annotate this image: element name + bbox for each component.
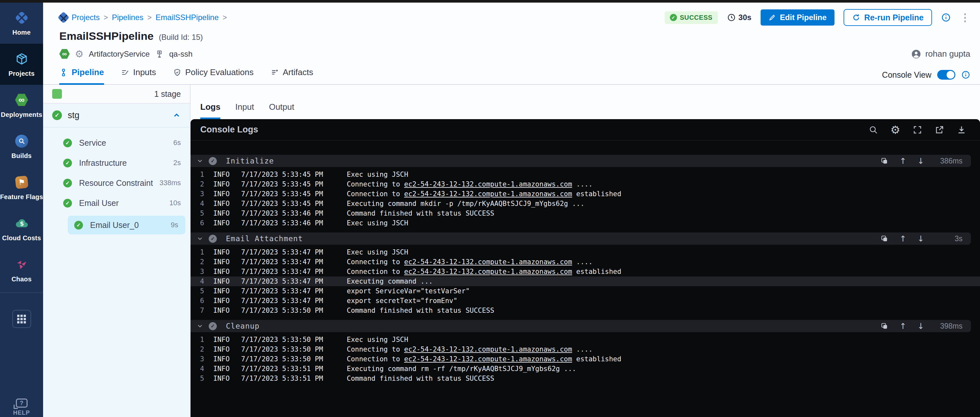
log-section-header[interactable]: ✓Initialize↑↓386ms (191, 155, 971, 167)
log-host-link[interactable]: ec2-54-243-12-132.compute-1.amazonaws.co… (404, 346, 572, 353)
step-row-service[interactable]: ✓Service6s (43, 133, 190, 153)
step-name: Service (79, 138, 106, 147)
step-row-email-user_0[interactable]: ✓Email User_09s (68, 216, 185, 235)
log-timestamp: 7/17/2023 5:33:50 PM (241, 336, 328, 344)
section-duration: 386ms (937, 157, 963, 165)
build-id: (Build Id: 15) (159, 33, 203, 42)
user-name: rohan gupta (925, 49, 970, 59)
copy-icon[interactable] (880, 157, 889, 165)
duration-text: 30s (738, 13, 751, 22)
sidebar-item-deployments[interactable]: ∞Deployments (0, 85, 43, 126)
breadcrumb-separator: > (223, 13, 227, 22)
section-toolbar: ↑↓386ms (880, 156, 963, 166)
status-text: SUCCESS (680, 14, 713, 21)
log-level: INFO (213, 258, 233, 266)
chevron-down-icon[interactable] (196, 157, 204, 165)
step-row-email-user[interactable]: ✓Email User10s (43, 193, 190, 213)
log-level: INFO (213, 277, 233, 285)
sidebar-item-help[interactable]: ? HELP (0, 398, 43, 417)
copy-icon[interactable] (880, 235, 889, 243)
log-timestamp: 7/17/2023 5:33:51 PM (241, 374, 328, 382)
log-host-link[interactable]: ec2-54-243-12-132.compute-1.amazonaws.co… (404, 258, 572, 266)
sidebar-item-chaos[interactable]: Chaos (0, 249, 43, 290)
log-area: LogsInputOutput Console Logs ⚙ ✓Initiali… (191, 85, 980, 417)
download-icon[interactable] (957, 125, 966, 135)
log-tab-input[interactable]: Input (235, 102, 254, 119)
log-line-number: 2 (191, 180, 204, 188)
log-timestamp: 7/17/2023 5:33:45 PM (241, 200, 328, 208)
scroll-down-icon[interactable]: ↓ (918, 156, 924, 166)
module-picker-button[interactable] (12, 310, 31, 328)
success-check-icon: ✓ (670, 14, 677, 21)
log-timestamp: 7/17/2023 5:33:47 PM (241, 297, 328, 304)
log-timestamp: 7/17/2023 5:33:47 PM (241, 258, 328, 266)
fullscreen-icon[interactable] (913, 125, 922, 135)
builds-icon (15, 134, 28, 148)
feature-flags-icon: ⚑ (16, 175, 28, 189)
breadcrumb: Projects>Pipelines>EmailSSHPipeline> (59, 12, 227, 23)
sidebar-item-builds[interactable]: Builds (0, 126, 43, 167)
info-icon[interactable] (961, 70, 970, 79)
log-level: INFO (213, 180, 233, 188)
rerun-pipeline-button[interactable]: Re-run Pipeline (843, 9, 932, 26)
log-section-header[interactable]: ✓Cleanup↑↓398ms (191, 320, 971, 332)
log-tab-output[interactable]: Output (269, 102, 294, 119)
log-line-number: 1 (191, 336, 204, 344)
more-options-icon[interactable]: ⋮ (960, 12, 970, 23)
sidebar-item-feature-flags[interactable]: ⚑Feature Flags (0, 167, 43, 208)
tab-pipeline[interactable]: Pipeline (59, 67, 104, 85)
sidebar-item-label: Builds (11, 152, 32, 159)
console-view-toggle[interactable] (937, 70, 955, 80)
console-toolbar: ⚙ (869, 124, 966, 135)
step-row-resource-constraint[interactable]: ✓Resource Constraint338ms (43, 173, 190, 193)
scroll-up-icon[interactable]: ↑ (900, 322, 907, 331)
log-section-header[interactable]: ✓Email Attachment↑↓3s (191, 233, 971, 245)
log-line: 4INFO7/17/2023 5:33:51 PMExecuting comma… (191, 364, 980, 374)
user-chip[interactable]: rohan gupta (911, 49, 970, 59)
log-host-link[interactable]: ec2-54-243-12-132.compute-1.amazonaws.co… (404, 190, 572, 198)
log-line-number: 4 (191, 365, 204, 373)
scroll-up-icon[interactable]: ↑ (900, 156, 907, 166)
log-lines: 1INFO7/17/2023 5:33:47 PMExec using JSCH… (191, 245, 980, 316)
scroll-down-icon[interactable]: ↓ (918, 322, 924, 331)
step-row-infrastructure[interactable]: ✓Infrastructure2s (43, 153, 190, 173)
search-icon[interactable] (869, 125, 878, 135)
log-line: 4INFO7/17/2023 5:33:45 PMExecuting comma… (191, 199, 980, 208)
edit-pipeline-button[interactable]: Edit Pipeline (760, 10, 835, 25)
tab-inputs[interactable]: Inputs (121, 67, 156, 85)
tab-artifacts[interactable]: Artifacts (270, 67, 313, 85)
open-new-tab-icon[interactable] (935, 125, 944, 135)
projects-icon (15, 52, 29, 66)
chevron-up-icon[interactable] (172, 111, 181, 119)
sidebar-item-cloud-costs[interactable]: $Cloud Costs (0, 208, 43, 249)
log-host-link[interactable]: ec2-54-243-12-132.compute-1.amazonaws.co… (404, 355, 572, 363)
info-icon[interactable] (941, 13, 951, 22)
log-line-number: 3 (191, 190, 204, 198)
chaos-icon (15, 257, 28, 272)
log-line: 4INFO7/17/2023 5:33:47 PMExecuting comma… (191, 276, 980, 286)
chevron-down-icon[interactable] (196, 235, 204, 242)
chevron-down-icon[interactable] (196, 322, 204, 330)
log-tab-logs[interactable]: Logs (200, 102, 220, 119)
log-timestamp: 7/17/2023 5:33:46 PM (241, 209, 328, 217)
breadcrumb-link[interactable]: Pipelines (112, 13, 143, 22)
section-duration: 398ms (937, 322, 963, 331)
sidebar-item-home[interactable]: Home (0, 3, 43, 44)
section-name: Cleanup (226, 322, 259, 330)
breadcrumb-link[interactable]: Projects (72, 13, 100, 22)
stage-row[interactable]: ✓ stg (43, 104, 190, 128)
breadcrumb-link[interactable]: EmailSSHPipeline (156, 13, 219, 22)
log-host-link[interactable]: ec2-54-243-12-132.compute-1.amazonaws.co… (404, 268, 572, 276)
log-host-link[interactable]: ec2-54-243-12-132.compute-1.amazonaws.co… (404, 180, 572, 188)
log-timestamp: 7/17/2023 5:33:47 PM (241, 277, 328, 285)
log-level: INFO (213, 365, 233, 373)
log-line: 3INFO7/17/2023 5:33:47 PMConnection to e… (191, 267, 980, 276)
tab-policy-evaluations[interactable]: Policy Evaluations (173, 67, 254, 85)
tab-label: Artifacts (283, 67, 313, 78)
scroll-down-icon[interactable]: ↓ (918, 234, 924, 243)
sidebar-item-projects[interactable]: Projects (0, 44, 43, 85)
scroll-up-icon[interactable]: ↑ (900, 234, 907, 243)
log-level: INFO (213, 346, 233, 353)
copy-icon[interactable] (880, 322, 889, 330)
settings-icon[interactable]: ⚙ (891, 124, 900, 135)
